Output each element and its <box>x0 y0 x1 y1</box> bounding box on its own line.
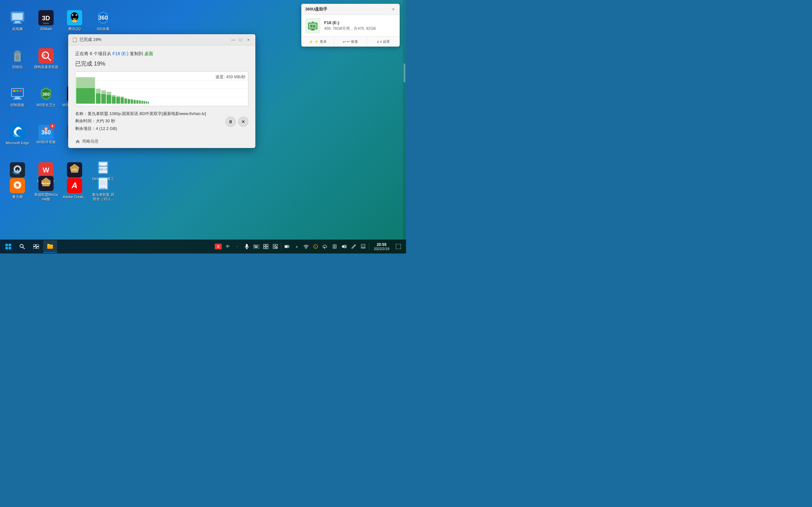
tray-grid-icon[interactable] <box>261 240 270 253</box>
source-drive: F18 (E:) <box>112 51 129 56</box>
svg-rect-137 <box>148 101 149 102</box>
copy-dialog: 📋 已完成 19% — □ × 正在将 6 个项目从 F18 (E:) 复制到 … <box>68 34 255 148</box>
desktop-icon-avengers[interactable]: 复仇者 复仇者联盟.四部全（15.1... <box>89 171 117 206</box>
desktop-icon-sougou-label: 搜狗高速浏览器 <box>34 65 58 69</box>
usb-drive-space: 459. 78GB可用，共476. 92GB <box>324 26 396 32</box>
copy-file-info: 名称：复仇者联盟.1080p.国英双语.BD中英双字[最新电影www.6vhao… <box>75 110 248 132</box>
svg-rect-134 <box>144 101 145 104</box>
grid-icon <box>263 244 268 249</box>
tray-battery-icon[interactable] <box>283 240 292 253</box>
scrollbar-thumb[interactable] <box>403 63 405 82</box>
svg-rect-159 <box>256 246 257 247</box>
sougou-ime-icon: S <box>215 244 222 249</box>
desktop-icon-controlpanel[interactable]: 控制面板 <box>3 79 32 114</box>
svg-text:A: A <box>71 181 78 190</box>
desktop-icon-adobe-label: Adobe Creati... <box>63 195 86 199</box>
right-scrollbar[interactable] <box>403 0 406 239</box>
tray-cloud-icon[interactable] <box>321 240 329 253</box>
file-explorer-icon <box>47 243 54 249</box>
tray-drive-icon[interactable] <box>330 240 339 253</box>
usb-settings-btn[interactable]: ≡ ≡ 设置 <box>367 37 400 47</box>
copy-dialog-title-left: 📋 已完成 19% <box>72 37 101 43</box>
desktop-icon-zhuma[interactable]: 鲁 鲁大师 <box>3 171 32 206</box>
svg-text:修复工具: 修复工具 <box>99 168 107 171</box>
task-view-icon <box>33 244 39 249</box>
desktop-icon-3dmark[interactable]: 3D Mark 3DMark <box>32 3 60 38</box>
desktop-icon-sougou[interactable]: S 搜狗高速浏览器 <box>32 41 60 76</box>
copy-dialog-minimize-btn[interactable]: — <box>230 37 236 43</box>
svg-rect-136 <box>146 101 147 104</box>
battery-icon <box>285 244 290 249</box>
copy-pause-btn[interactable]: ⏸ <box>225 117 236 127</box>
copy-source-line: 正在将 6 个项目从 F18 (E:) 复制到 桌面 <box>75 51 248 57</box>
desktop: 此电脑 3D Mark 3DMark <box>0 0 406 253</box>
clock-date: 2022/2/19 <box>374 247 390 250</box>
tray-touch-icon[interactable] <box>359 240 368 253</box>
svg-rect-161 <box>255 247 258 248</box>
copy-dialog-maximize-btn[interactable]: □ <box>238 37 244 43</box>
tray-360update-icon[interactable]: ! <box>311 240 320 253</box>
svg-rect-129 <box>139 100 141 101</box>
svg-rect-119 <box>124 98 127 99</box>
svg-rect-43 <box>16 90 19 92</box>
desktop-icon-recycle[interactable]: 回收站 <box>3 41 32 76</box>
desktop-icon-qq[interactable]: QQ 腾讯QQ <box>60 3 89 38</box>
tray-ime-s-icon[interactable]: S <box>214 240 223 253</box>
taskbar-notification-btn[interactable] <box>393 240 403 253</box>
copy-dialog-close-btn[interactable]: × <box>245 37 252 43</box>
usb-drive-tray-icon <box>332 244 337 249</box>
settings-icon: ≡ <box>377 40 379 44</box>
desktop-icon-wegame[interactable]: WeGame 英雄联盟WeGame版 <box>32 171 60 206</box>
taskbar-search-btn[interactable] <box>15 240 29 253</box>
taskbar-clock[interactable]: 20:55 2022/2/19 <box>370 242 393 250</box>
tray-more-apps-icon <box>273 244 278 249</box>
taskbar-task-view-btn[interactable] <box>29 240 43 253</box>
svg-rect-44 <box>19 90 22 92</box>
tray-more-icon[interactable] <box>271 240 280 253</box>
usb-notification-title: 360U盘助手 <box>305 6 327 12</box>
svg-rect-127 <box>136 100 138 100</box>
tray-pen-icon[interactable] <box>349 240 358 253</box>
svg-text:软: 软 <box>44 127 48 130</box>
desktop-icon-edge[interactable]: Microsoft Edge <box>3 117 32 152</box>
svg-rect-141 <box>5 247 8 249</box>
usb-notification-body: 安全 F18 (E:) 459. 78GB可用，共476. 92GB <box>301 15 400 37</box>
desktop-icon-computer[interactable]: 此电脑 <box>3 3 32 38</box>
svg-point-175 <box>306 248 306 249</box>
desktop-icon-computer-label: 此电脑 <box>12 27 23 31</box>
tray-volume-icon[interactable] <box>340 240 349 253</box>
copy-stop-btn[interactable]: ✕ <box>238 117 248 127</box>
desktop-icon-360virus[interactable]: 360 360杀毒 <box>89 3 117 38</box>
pen-icon <box>351 244 356 249</box>
desktop-icon-360safe[interactable]: 360 360安全卫士 <box>32 79 60 114</box>
desktop-icon-360soft[interactable]: 360 软 4 360软件管家 <box>32 117 60 152</box>
svg-rect-165 <box>266 247 268 249</box>
svg-text:QQ: QQ <box>73 20 76 22</box>
desktop-icon-avengers-label: 复仇者联盟.四部全（15.1... <box>90 193 116 201</box>
svg-rect-2 <box>15 21 20 22</box>
tray-mic-icon[interactable] <box>242 240 251 253</box>
svg-rect-41 <box>13 99 21 100</box>
copy-summary-toggle[interactable]: 简略信息 <box>75 138 99 144</box>
touch-keyboard-icon <box>361 244 365 249</box>
usb-scan-btn[interactable]: ⚡ ⚡ 查杀 <box>301 37 334 47</box>
tray-wifi-icon[interactable] <box>302 240 310 253</box>
taskbar-file-explorer-btn[interactable] <box>43 240 57 253</box>
taskbar-start-btn[interactable] <box>1 240 15 253</box>
svg-rect-167 <box>275 244 277 246</box>
tray-keyboard-icon[interactable] <box>252 240 261 253</box>
svg-rect-42 <box>13 90 15 92</box>
svg-rect-139 <box>5 244 8 246</box>
svg-text:3D: 3D <box>42 14 50 21</box>
tray-ime-dot-icon[interactable]: · <box>233 240 242 253</box>
usb-notification-close-btn[interactable]: × <box>391 7 396 12</box>
svg-rect-148 <box>37 247 39 249</box>
svg-text:LOL: LOL <box>72 168 78 171</box>
copy-items-remaining: 剩余项目：4 (12.2 GB) <box>75 125 248 132</box>
volume-icon <box>341 244 347 249</box>
tray-chevron-icon[interactable]: ∧ <box>292 240 301 253</box>
tray-ime-zh-icon[interactable]: 中 <box>223 240 232 253</box>
usb-restore-btn[interactable]: ↩ ↩ 恢复 <box>334 37 367 47</box>
desktop-icon-adobe[interactable]: A Adobe Creati... <box>60 171 89 206</box>
svg-text:360: 360 <box>42 92 50 97</box>
